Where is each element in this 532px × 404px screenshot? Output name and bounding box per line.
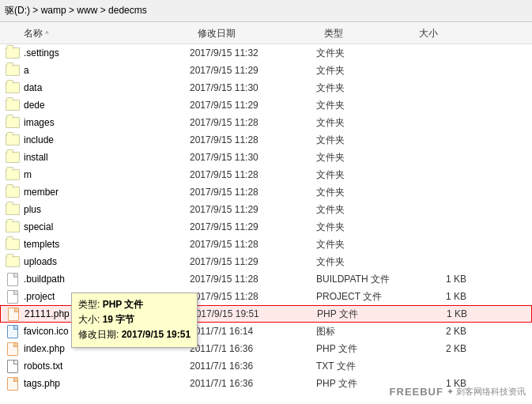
file-date: 2017/9/15 11:28 (190, 239, 316, 250)
php-icon (5, 376, 21, 391)
file-date: 2017/9/15 11:30 (190, 152, 316, 163)
file-date: 2017/9/15 11:29 (190, 100, 316, 111)
address-bar-path: 驱(D:) > wamp > www > dedecms (5, 4, 527, 17)
file-date: 2017/9/15 11:29 (190, 256, 316, 267)
file-tooltip: 类型: PHP 文件 大小: 19 字节 修改日期: 2017/9/15 19:… (71, 293, 198, 348)
file-name: tags.php (24, 378, 190, 389)
file-type: 文件夹 (316, 99, 411, 112)
table-row[interactable]: images2017/9/15 11:28文件夹 (0, 114, 532, 131)
file-date: 2017/9/15 11:28 (190, 169, 316, 180)
address-bar: 驱(D:) > wamp > www > dedecms (0, 0, 532, 22)
folder-icon (5, 202, 21, 217)
table-row[interactable]: a2017/9/15 11:29文件夹 (0, 62, 532, 79)
file-name: special (24, 221, 190, 232)
file-type: PHP 文件 (317, 308, 412, 321)
file-date: 2017/9/15 11:28 (190, 274, 316, 285)
watermark: FREEBUF ✦ 刺客网络科技资讯 (390, 386, 526, 398)
folder-icon (5, 167, 21, 183)
col-header-size[interactable]: 大小 (419, 27, 482, 40)
table-row[interactable]: uploads2017/9/15 11:29文件夹 (0, 253, 532, 270)
file-date: 2017/9/15 11:29 (190, 204, 316, 215)
file-type: 文件夹 (316, 116, 411, 130)
file-type: BUILDPATH 文件 (316, 273, 411, 286)
file-name: include (24, 134, 190, 145)
file-name: robots.txt (24, 361, 190, 372)
column-headers: 名称 ^ 修改日期 类型 大小 (0, 22, 532, 44)
file-type: 文件夹 (316, 168, 411, 182)
file-type: 图标 (316, 325, 411, 338)
file-size: 1 KB (411, 274, 474, 285)
table-row[interactable]: install2017/9/15 11:30文件夹 (0, 149, 532, 166)
watermark-logo: FREEBUF (390, 386, 443, 398)
file-date: 2017/9/15 11:29 (190, 65, 316, 76)
folder-icon (5, 97, 21, 113)
folder-icon (5, 80, 21, 96)
file-type: 文件夹 (316, 221, 411, 234)
tooltip-type-label: 类型: PHP 文件 (78, 299, 143, 310)
folder-icon (5, 254, 21, 270)
table-row[interactable]: templets2017/9/15 11:28文件夹 (0, 236, 532, 253)
file-name: images (24, 117, 190, 128)
folder-icon (5, 115, 21, 130)
file-name: plus (24, 204, 190, 215)
col-header-type[interactable]: 类型 (324, 27, 419, 40)
folder-icon (5, 45, 21, 61)
file-name: .buildpath (24, 274, 190, 285)
file-name: a (24, 65, 190, 76)
file-name: uploads (24, 256, 190, 267)
folder-icon (5, 184, 21, 200)
file-date: 2017/9/15 11:28 (190, 117, 316, 128)
table-row[interactable]: m2017/9/15 11:28文件夹 (0, 166, 532, 183)
col-header-date[interactable]: 修改日期 (198, 27, 324, 40)
table-row[interactable]: robots.txt2011/7/1 16:36TXT 文件 (0, 357, 532, 375)
folder-icon (5, 62, 21, 78)
file-type: PROJECT 文件 (316, 290, 411, 304)
file-type: 文件夹 (316, 151, 411, 164)
file-list: .settings2017/9/15 11:32文件夹a2017/9/15 11… (0, 44, 532, 404)
file-date: 2011/7/1 16:36 (190, 378, 316, 389)
file-date: 2017/9/15 11:32 (190, 47, 316, 59)
file-date: 2011/7/1 16:14 (190, 326, 316, 337)
table-row[interactable]: .buildpath2017/9/15 11:28BUILDPATH 文件1 K… (0, 270, 532, 288)
folder-icon (5, 149, 21, 165)
table-row[interactable]: data2017/9/15 11:30文件夹 (0, 79, 532, 96)
file-name: .settings (24, 47, 190, 59)
folder-icon (5, 236, 21, 252)
table-row[interactable]: plus2017/9/15 11:29文件夹 (0, 201, 532, 218)
file-name: data (24, 82, 190, 93)
watermark-text: ✦ 刺客网络科技资讯 (447, 386, 526, 398)
file-date: 2011/7/1 16:36 (190, 343, 316, 354)
tooltip-size-label: 大小: 19 字节 (78, 314, 134, 325)
table-row[interactable]: member2017/9/15 11:28文件夹 (0, 183, 532, 201)
file-type: 文件夹 (316, 81, 411, 95)
table-row[interactable]: .settings2017/9/15 11:32文件夹 (0, 44, 532, 62)
file-type: 文件夹 (316, 47, 411, 60)
col-header-name[interactable]: 名称 ^ (0, 27, 198, 40)
file-size: 1 KB (411, 291, 474, 302)
file-type: 文件夹 (316, 203, 411, 217)
file-date: 2017/9/15 11:28 (190, 187, 316, 198)
folder-icon (5, 219, 21, 235)
file-name: install (24, 152, 190, 163)
folder-icon (5, 132, 21, 148)
file-date: 2017/9/15 11:29 (190, 221, 316, 232)
file-size: 1 KB (412, 308, 475, 319)
file-name: dede (24, 100, 190, 111)
file-date: 2017/9/15 11:28 (190, 134, 316, 145)
file-type: 文件夹 (316, 238, 411, 251)
file-size: 2 KB (411, 343, 474, 354)
file-date: 2011/7/1 16:36 (190, 361, 316, 372)
sort-arrow-icon: ^ (45, 30, 48, 38)
generic-icon (5, 289, 21, 304)
file-date: 2017/9/15 11:28 (190, 291, 316, 302)
table-row[interactable]: dede2017/9/15 11:29文件夹 (0, 96, 532, 114)
table-row[interactable]: special2017/9/15 11:29文件夹 (0, 218, 532, 236)
tooltip-date-label: 修改日期: 2017/9/15 19:51 (78, 329, 191, 340)
txt-icon (5, 358, 21, 374)
file-type: 文件夹 (316, 186, 411, 199)
file-date: 2017/9/15 11:30 (190, 82, 316, 93)
file-date: 2017/9/15 19:51 (191, 308, 317, 319)
table-row[interactable]: include2017/9/15 11:28文件夹 (0, 131, 532, 149)
file-name: member (24, 187, 190, 198)
php-icon (5, 341, 21, 357)
